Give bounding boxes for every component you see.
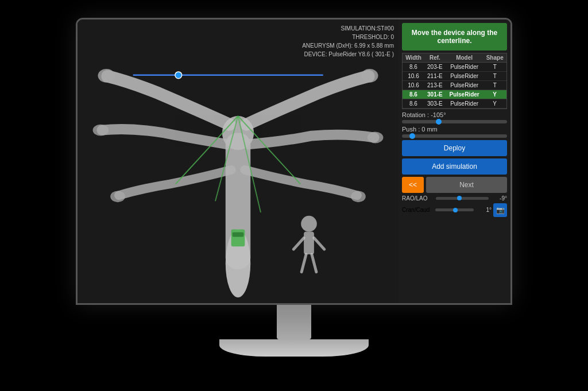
cran-caud-label: Cran/Caud xyxy=(402,207,434,213)
camera-button[interactable]: 📷 xyxy=(493,203,507,217)
col-width: Width xyxy=(403,53,424,63)
col-model: Model xyxy=(446,53,483,63)
viewport-info: SIMULATION:ST#00 THRESHOLD: 0 ANEURYSM (… xyxy=(302,24,394,59)
svg-point-9 xyxy=(351,191,366,202)
col-ref: Ref. xyxy=(424,53,446,63)
rotation-track[interactable] xyxy=(402,120,507,123)
camera-icon: 📷 xyxy=(496,206,505,214)
rao-lao-thumb[interactable] xyxy=(457,196,462,200)
monitor-screen: SIMULATION:ST#00 THRESHOLD: 0 ANEURYSM (… xyxy=(76,18,512,305)
next-button[interactable]: Next xyxy=(426,177,507,193)
cran-caud-row: Cran/Caud 1° 📷 xyxy=(402,203,507,217)
rotation-label: Rotation : -105° xyxy=(402,111,507,118)
push-track[interactable] xyxy=(402,134,507,138)
svg-point-4 xyxy=(98,68,115,82)
table-row[interactable]: 10.6213-EPulseRiderT xyxy=(403,80,506,90)
table-row[interactable]: 8.6203-EPulseRiderT xyxy=(403,62,506,71)
viewport: SIMULATION:ST#00 THRESHOLD: 0 ANEURYSM (… xyxy=(78,20,399,303)
prev-button[interactable]: << xyxy=(402,177,424,193)
threshold-label: THRESHOLD: 0 xyxy=(302,33,394,41)
push-section: Push : 0 mm xyxy=(402,126,507,138)
svg-point-8 xyxy=(110,191,125,202)
rao-lao-value: -9° xyxy=(491,195,507,202)
monitor-stand-base xyxy=(219,339,369,357)
rao-lao-track[interactable] xyxy=(436,197,489,200)
svg-rect-17 xyxy=(233,232,244,237)
push-label: Push : 0 mm xyxy=(402,126,507,133)
monitor-stand-neck xyxy=(277,305,311,339)
rotation-section: Rotation : -105° xyxy=(402,111,507,123)
col-shape: Shape xyxy=(483,53,506,63)
svg-rect-16 xyxy=(231,229,245,246)
device-label: DEVICE: PulseRider Y8.6 ( 301-E ) xyxy=(302,50,394,59)
rao-lao-label: RAO/LAO xyxy=(402,195,434,202)
table-row[interactable]: 8.6303-EPulseRiderY xyxy=(403,99,506,108)
device-table-wrapper: Width Ref. Model Shape 8.6203-EPulseRide… xyxy=(402,53,507,109)
cran-caud-track[interactable] xyxy=(435,208,474,211)
device-table: Width Ref. Model Shape 8.6203-EPulseRide… xyxy=(403,53,506,109)
cran-caud-value: 1° xyxy=(475,207,492,213)
svg-point-5 xyxy=(361,68,378,82)
instruction-box: Move the device along the centerline. xyxy=(402,23,507,51)
control-panel: Move the device along the centerline. Wi… xyxy=(399,20,510,303)
svg-point-18 xyxy=(301,215,317,231)
rotation-thumb[interactable] xyxy=(436,119,442,125)
table-row[interactable]: 8.6301-EPulseRiderY xyxy=(403,90,506,99)
angle-section: RAO/LAO -9° Cran/Caud 1° 📷 xyxy=(402,195,507,217)
rao-lao-row: RAO/LAO -9° xyxy=(402,195,507,202)
svg-point-11 xyxy=(175,71,182,78)
add-simulation-button[interactable]: Add simulation xyxy=(402,158,507,175)
svg-point-7 xyxy=(368,131,384,143)
cran-caud-thumb[interactable] xyxy=(453,208,458,212)
push-thumb[interactable] xyxy=(409,133,415,139)
deploy-button[interactable]: Deploy xyxy=(402,140,507,156)
svg-point-6 xyxy=(93,124,109,136)
table-row[interactable]: 10.6211-EPulseRiderT xyxy=(403,71,506,80)
nav-row: << Next xyxy=(402,177,507,193)
svg-rect-19 xyxy=(304,231,314,254)
simulation-label: SIMULATION:ST#00 xyxy=(302,24,394,33)
monitor-wrapper: SIMULATION:ST#00 THRESHOLD: 0 ANEURYSM (… xyxy=(70,18,518,374)
aneurysm-label: ANEURYSM (DxH): 6.99 x 5.88 mm xyxy=(302,41,394,50)
